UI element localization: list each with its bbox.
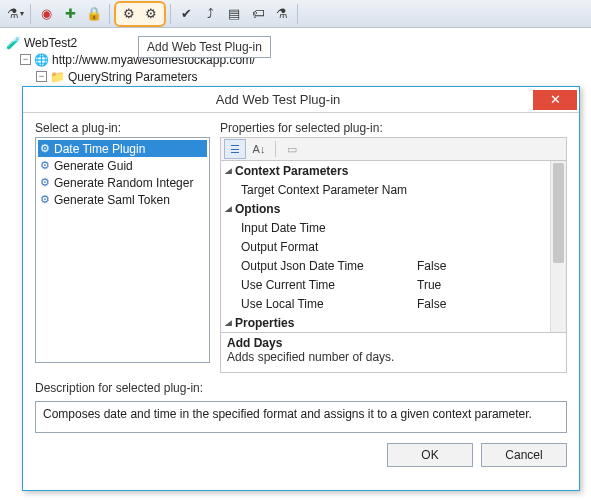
- property-grid-scrollbar[interactable]: [550, 161, 566, 332]
- tree-url-node[interactable]: − 🌐 http://www.myawesomestockapp.com/: [20, 51, 585, 68]
- plugin-icon: ⚙: [40, 142, 50, 155]
- alphabetical-view-button[interactable]: A↓: [248, 139, 270, 159]
- property-row[interactable]: Input Date Time: [221, 218, 550, 237]
- main-toolbar: ⚗▾ ◉ ✚ 🔒 ⚙ ⚙ ✔ ⤴ ▤ 🏷 ⚗: [0, 0, 591, 28]
- add-plugin-dialog: Add Web Test Plug-in ✕ Select a plug-in:…: [22, 86, 580, 491]
- tree-root-webtest[interactable]: 🧪 WebTest2: [6, 34, 585, 51]
- dialog-titlebar[interactable]: Add Web Test Plug-in ✕: [23, 87, 579, 113]
- folder-icon: 📁: [50, 70, 65, 84]
- dialog-button-row: OK Cancel: [35, 443, 567, 467]
- tree-label: WebTest2: [24, 36, 77, 50]
- plugin-list[interactable]: ⚙Date Time Plugin⚙Generate Guid⚙Generate…: [35, 137, 210, 363]
- property-value[interactable]: True: [411, 278, 550, 292]
- toolbar-tooltip: Add Web Test Plug-in: [138, 36, 271, 58]
- plugin-item[interactable]: ⚙Generate Random Integer: [38, 174, 207, 191]
- property-value[interactable]: False: [411, 259, 550, 273]
- datasource-button[interactable]: ▤: [223, 3, 245, 25]
- property-panel-label: Properties for selected plug-in:: [220, 121, 567, 135]
- toolbar-separator: [297, 4, 298, 24]
- property-row[interactable]: Use Current TimeTrue: [221, 275, 550, 294]
- property-description-text: Adds specified number of days.: [227, 350, 560, 364]
- add-url-button[interactable]: ✚: [59, 3, 81, 25]
- property-name: Use Local Time: [221, 297, 411, 311]
- plugin-icon: ⚙: [40, 176, 50, 189]
- property-name: Target Context Parameter Nam: [221, 183, 411, 197]
- collapse-icon[interactable]: −: [20, 54, 31, 65]
- plugin-description-label: Description for selected plug-in:: [35, 381, 567, 395]
- globe-icon: 🌐: [34, 53, 49, 67]
- property-row[interactable]: Output Format: [221, 237, 550, 256]
- property-category-header[interactable]: ◢Properties: [221, 313, 550, 332]
- property-grid[interactable]: ◢Context ParametersTarget Context Parame…: [220, 161, 567, 333]
- property-category-header[interactable]: ◢Context Parameters: [221, 161, 550, 180]
- plugin-item[interactable]: ⚙Generate Saml Token: [38, 191, 207, 208]
- record-button[interactable]: ◉: [35, 3, 57, 25]
- collapse-triangle-icon: ◢: [225, 319, 235, 327]
- property-category-header[interactable]: ◢Options: [221, 199, 550, 218]
- property-pages-button[interactable]: ▭: [281, 139, 303, 159]
- property-row[interactable]: Output Json Date TimeFalse: [221, 256, 550, 275]
- loop-button[interactable]: ⚗: [271, 3, 293, 25]
- test-tree: 🧪 WebTest2 − 🌐 http://www.myawesomestock…: [0, 28, 591, 85]
- lock-button[interactable]: 🔒: [83, 3, 105, 25]
- property-description-box: Add Days Adds specified number of days.: [220, 333, 567, 373]
- toolbar-separator: [30, 4, 31, 24]
- ok-button[interactable]: OK: [387, 443, 473, 467]
- tree-label: QueryString Parameters: [68, 70, 197, 84]
- tree-querystring-node[interactable]: − 📁 QueryString Parameters: [36, 68, 585, 85]
- plugin-item-label: Generate Random Integer: [54, 176, 193, 190]
- collapse-icon[interactable]: −: [36, 71, 47, 82]
- plugin-item[interactable]: ⚙Generate Guid: [38, 157, 207, 174]
- property-category-name: Options: [235, 202, 280, 216]
- categorized-view-button[interactable]: ☰: [224, 139, 246, 159]
- dropdown-arrow-icon: ▾: [20, 9, 24, 18]
- scrollbar-thumb[interactable]: [553, 163, 564, 263]
- flask-dropdown-button[interactable]: ⚗▾: [4, 3, 26, 25]
- highlighted-toolbar-group: ⚙ ⚙: [114, 1, 166, 27]
- param-button[interactable]: 🏷: [247, 3, 269, 25]
- property-value[interactable]: False: [411, 297, 550, 311]
- add-request-plugin-button[interactable]: ⚙: [140, 3, 162, 25]
- dialog-body: Select a plug-in: ⚙Date Time Plugin⚙Gene…: [23, 113, 579, 490]
- property-name: Input Date Time: [221, 221, 411, 235]
- plugin-icon: ⚙: [40, 159, 50, 172]
- dialog-title: Add Web Test Plug-in: [23, 92, 533, 107]
- property-category-name: Properties: [235, 316, 294, 330]
- plugin-list-label: Select a plug-in:: [35, 121, 210, 135]
- close-button[interactable]: ✕: [533, 90, 577, 110]
- plugin-item-label: Generate Guid: [54, 159, 133, 173]
- property-row[interactable]: Use Local TimeFalse: [221, 294, 550, 313]
- collapse-triangle-icon: ◢: [225, 205, 235, 213]
- toolbar-separator: [170, 4, 171, 24]
- property-row[interactable]: Add Days0: [221, 332, 550, 333]
- toolbar-separator: [109, 4, 110, 24]
- toolbar-separator: [275, 141, 276, 157]
- property-name: Output Format: [221, 240, 411, 254]
- property-name: Use Current Time: [221, 278, 411, 292]
- extract-button[interactable]: ⤴: [199, 3, 221, 25]
- cancel-button[interactable]: Cancel: [481, 443, 567, 467]
- plugin-item-label: Date Time Plugin: [54, 142, 145, 156]
- validation-button[interactable]: ✔: [175, 3, 197, 25]
- webtest-icon: 🧪: [6, 36, 21, 50]
- property-description-title: Add Days: [227, 336, 560, 350]
- plugin-description-box: Composes date and time in the specified …: [35, 401, 567, 433]
- plugin-item-label: Generate Saml Token: [54, 193, 170, 207]
- property-grid-toolbar: ☰ A↓ ▭: [220, 137, 567, 161]
- property-category-name: Context Parameters: [235, 164, 348, 178]
- plugin-item[interactable]: ⚙Date Time Plugin: [38, 140, 207, 157]
- property-row[interactable]: Target Context Parameter Nam: [221, 180, 550, 199]
- property-name: Output Json Date Time: [221, 259, 411, 273]
- collapse-triangle-icon: ◢: [225, 167, 235, 175]
- add-web-test-plugin-button[interactable]: ⚙: [118, 3, 140, 25]
- plugin-icon: ⚙: [40, 193, 50, 206]
